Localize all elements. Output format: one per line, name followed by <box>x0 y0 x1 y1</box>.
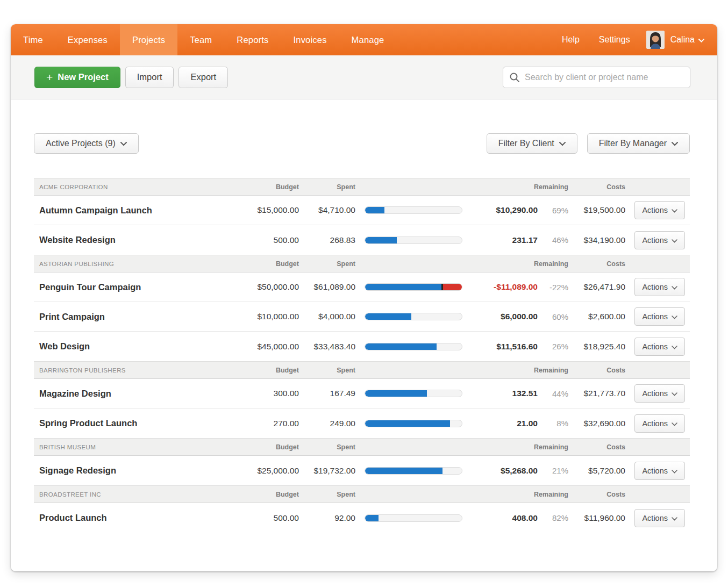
progress-track <box>365 467 462 475</box>
remaining-percent: 8% <box>538 419 568 428</box>
budget-progress-bar <box>355 420 462 427</box>
budget-progress-bar <box>355 313 462 320</box>
spent-value: 249.00 <box>299 419 355 428</box>
chevron-down-icon <box>672 514 677 522</box>
actions-button[interactable]: Actions <box>634 231 685 249</box>
client-name: BARRINGTON PUBLISHERS <box>34 367 234 374</box>
actions-button[interactable]: Actions <box>634 462 685 480</box>
budget-marker <box>441 283 443 291</box>
avatar <box>646 31 665 49</box>
user-menu[interactable]: Calina <box>646 31 704 49</box>
actions-button[interactable]: Actions <box>634 307 685 326</box>
search-icon <box>509 72 520 85</box>
remaining-value: $5,268.00 <box>462 466 538 476</box>
column-header-costs: Costs <box>568 491 625 498</box>
progress-fill <box>365 237 397 243</box>
chevron-down-icon <box>672 389 677 398</box>
filters-right: Filter By Client Filter By Manager <box>487 133 690 154</box>
client-name: BRITISH MUSEUM <box>34 444 234 450</box>
actions-button[interactable]: Actions <box>634 338 685 356</box>
actions-label: Actions <box>642 419 668 428</box>
column-header-budget: Budget <box>234 260 299 268</box>
actions-label: Actions <box>642 389 668 398</box>
costs-value: $32,690.00 <box>568 419 625 428</box>
remaining-percent: 46% <box>538 235 568 245</box>
project-row: Autumn Campaign Launch $15,000.00 $4,710… <box>34 196 690 225</box>
new-project-button[interactable]: + New Project <box>34 67 120 88</box>
budget-value: 500.00 <box>234 235 299 245</box>
progress-fill <box>365 343 437 350</box>
column-header-remaining: Remaining <box>462 367 568 374</box>
filter-by-manager-dropdown[interactable]: Filter By Manager <box>587 133 690 154</box>
remaining-value: 231.17 <box>462 235 538 245</box>
budget-progress-bar <box>355 343 462 350</box>
spent-value: $4,710.00 <box>299 205 355 215</box>
actions-label: Actions <box>642 467 668 475</box>
column-header-budget: Budget <box>234 367 299 374</box>
toolbar: + New Project Import Export <box>11 55 717 99</box>
actions-button[interactable]: Actions <box>634 384 685 403</box>
chevron-down-icon <box>672 283 677 291</box>
progress-track <box>365 420 462 427</box>
actions-button[interactable]: Actions <box>634 201 685 219</box>
column-header-remaining: Remaining <box>462 260 568 268</box>
actions-label: Actions <box>642 206 668 214</box>
client-name: ASTORIAN PUBLISHING <box>34 261 234 267</box>
chevron-down-icon <box>672 342 677 351</box>
remaining-percent: -22% <box>538 283 568 292</box>
progress-track <box>365 236 462 244</box>
project-row: Magazine Design 300.00 167.49 132.51 44%… <box>34 379 690 408</box>
filters-row: Active Projects (9) Filter By Client Fil… <box>34 133 690 154</box>
budget-progress-bar <box>355 236 462 244</box>
column-header-spent: Spent <box>299 443 355 451</box>
progress-track <box>365 514 462 522</box>
import-button[interactable]: Import <box>125 67 174 88</box>
actions-button[interactable]: Actions <box>634 414 685 433</box>
column-header-costs: Costs <box>568 367 625 374</box>
chevron-down-icon <box>672 312 677 321</box>
tab-team[interactable]: Team <box>177 24 224 55</box>
project-name: Product Launch <box>34 513 234 523</box>
settings-link[interactable]: Settings <box>589 35 640 45</box>
filter-by-client-dropdown[interactable]: Filter By Client <box>487 133 577 154</box>
progress-track <box>365 343 462 350</box>
project-name: Penguin Tour Campaign <box>34 282 234 292</box>
project-name: Spring Product Launch <box>34 418 234 428</box>
app-window: Time Expenses Projects Team Reports Invo… <box>11 24 717 571</box>
tab-manage[interactable]: Manage <box>339 24 397 55</box>
search-input[interactable] <box>503 67 690 88</box>
costs-value: $26,471.90 <box>568 282 625 292</box>
search-wrap <box>503 67 690 88</box>
actions-button[interactable]: Actions <box>634 509 685 527</box>
remaining-value: $11,516.60 <box>462 342 538 352</box>
tab-reports[interactable]: Reports <box>224 24 281 55</box>
remaining-percent: 44% <box>538 389 568 398</box>
spent-value: $19,732.00 <box>299 466 355 476</box>
remaining-value: 408.00 <box>462 513 538 523</box>
actions-button[interactable]: Actions <box>634 278 685 296</box>
new-project-label: New Project <box>58 72 108 82</box>
help-link[interactable]: Help <box>552 35 589 45</box>
tab-expenses[interactable]: Expenses <box>55 24 120 55</box>
nav-right: Help Settings Calina <box>552 24 717 55</box>
active-projects-label: Active Projects (9) <box>46 139 116 148</box>
budget-value: 300.00 <box>234 389 299 398</box>
column-header-costs: Costs <box>568 443 625 451</box>
project-row: Web Design $45,000.00 $33,483.40 $11,516… <box>34 332 690 361</box>
filter-client-label: Filter By Client <box>498 139 554 148</box>
user-name: Calina <box>670 35 695 45</box>
progress-track <box>365 390 462 397</box>
project-row: Penguin Tour Campaign $50,000.00 $61,089… <box>34 273 690 302</box>
project-name: Autumn Campaign Launch <box>34 205 234 216</box>
budget-progress-bar <box>355 206 462 214</box>
tab-time[interactable]: Time <box>11 24 55 55</box>
client-group-header: BRITISH MUSEUM Budget Spent Remaining Co… <box>34 438 690 456</box>
actions-label: Actions <box>642 283 668 291</box>
active-projects-dropdown[interactable]: Active Projects (9) <box>34 133 139 154</box>
export-button[interactable]: Export <box>179 67 228 88</box>
tab-invoices[interactable]: Invoices <box>281 24 339 55</box>
chevron-down-icon <box>559 139 566 148</box>
column-header-spent: Spent <box>299 367 355 374</box>
chevron-down-icon <box>672 236 677 245</box>
tab-projects[interactable]: Projects <box>120 24 177 55</box>
